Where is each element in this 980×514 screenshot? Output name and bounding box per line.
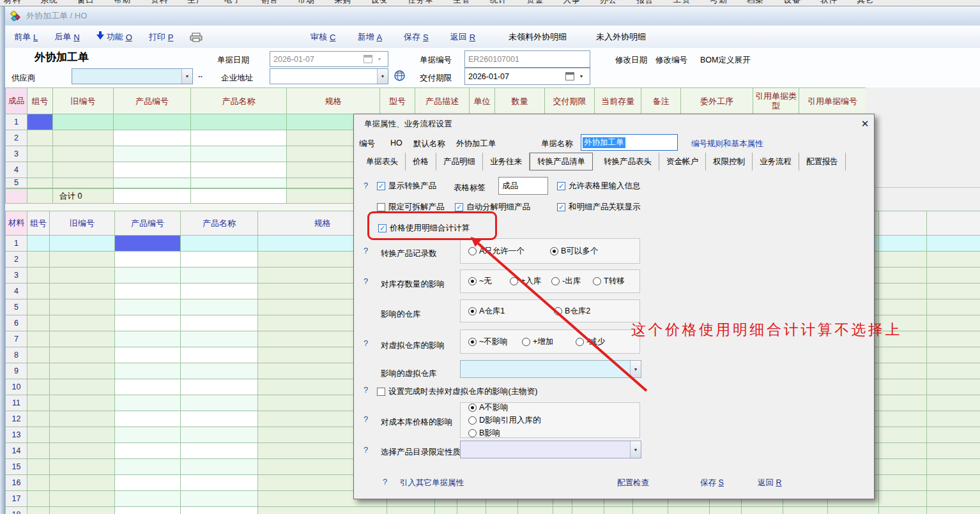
radio-option[interactable]: A不影响 (468, 402, 555, 413)
tab-资金帐户[interactable]: 资金帐户 (659, 153, 706, 170)
grid-cell[interactable] (518, 507, 553, 514)
help-mark[interactable]: ? (364, 181, 368, 190)
row-number-cell[interactable]: 15 (6, 459, 27, 475)
grid-cell[interactable] (50, 411, 115, 427)
numbering-rule-link[interactable]: 编号规则和基本属性 (691, 139, 763, 149)
mod-date-link[interactable]: 修改日期 (615, 55, 647, 66)
grid-cell[interactable] (879, 395, 927, 411)
grid-cell[interactable] (50, 427, 115, 443)
chevron-down-icon[interactable] (576, 68, 586, 84)
checkbox-allow-input[interactable]: 允许表格里输入信息 (557, 181, 641, 192)
grid-cell[interactable] (181, 379, 258, 395)
tab-转换产品清单[interactable]: 转换产品清单 (530, 153, 593, 170)
grid-cell[interactable] (115, 299, 181, 315)
grid-cell[interactable] (879, 507, 927, 514)
help-mark[interactable]: ? (364, 445, 368, 455)
grid-cell[interactable] (114, 130, 191, 146)
grid-cell[interactable] (181, 315, 258, 331)
grid-cell[interactable] (879, 347, 927, 363)
radio-option[interactable]: B可以多个 (550, 246, 632, 257)
checkbox-show-convert[interactable]: 显示转换产品 (377, 181, 436, 192)
grid-cell[interactable] (115, 395, 181, 411)
row-number-cell[interactable]: 4 (6, 162, 27, 178)
grid-cell[interactable] (879, 299, 927, 315)
grid-cell[interactable] (27, 491, 50, 507)
radio-option[interactable]: T转移 (593, 276, 634, 287)
grid-cell[interactable] (181, 363, 258, 379)
grid-cell[interactable] (927, 315, 980, 331)
grid-cell[interactable] (114, 178, 191, 188)
grid-cell[interactable] (181, 331, 258, 347)
checkbox-clear-virtual[interactable]: 设置完成时去掉对虚拟仓库的影响(主物资) (377, 386, 537, 397)
grid-cell[interactable] (879, 252, 927, 268)
row-number-cell[interactable]: 3 (6, 146, 27, 162)
toolbar-button[interactable]: 后单N (54, 31, 79, 43)
close-icon[interactable]: ✕ (859, 118, 871, 130)
config-check-link[interactable]: 配置检查 (617, 478, 649, 488)
tab-转换产品表头[interactable]: 转换产品表头 (597, 153, 659, 170)
row-number-cell[interactable]: 2 (6, 252, 27, 268)
chevron-down-icon[interactable] (181, 69, 192, 84)
grid-cell[interactable] (50, 236, 115, 252)
grid-cell[interactable] (27, 443, 50, 459)
grid-cell[interactable] (115, 331, 181, 347)
top-menu-bar[interactable]: 材料 系统 窗口 帮助 资料 生产 电子 销售 市场 采购 设变 任务单 生管 … (0, 0, 980, 6)
grid-cell[interactable] (927, 395, 980, 411)
grid-cell[interactable] (115, 443, 181, 459)
grid-cell[interactable] (181, 347, 258, 363)
toolbar-button[interactable]: 前单L (14, 31, 38, 43)
grid-cell[interactable] (50, 315, 115, 331)
grid-cell[interactable] (50, 491, 115, 507)
row-number-cell[interactable]: 1 (6, 114, 27, 130)
grid-cell[interactable] (181, 427, 258, 443)
radio-option[interactable]: -减少 (576, 336, 629, 347)
tab-单据表头[interactable]: 单据表头 (359, 153, 406, 170)
grid-cell[interactable] (27, 130, 53, 146)
help-mark[interactable]: ? (364, 276, 368, 286)
help-mark[interactable]: ? (364, 338, 368, 348)
grid-cell[interactable] (50, 475, 115, 491)
bom-expand-link[interactable]: BOM定义展开 (700, 55, 750, 66)
grid-cell[interactable] (115, 268, 181, 283)
grid-cell[interactable] (879, 459, 927, 475)
grid-cell[interactable] (181, 443, 258, 459)
grid-cell[interactable] (927, 491, 980, 507)
grid-cell[interactable] (27, 507, 50, 514)
grid-cell[interactable] (27, 347, 50, 363)
grid-cell[interactable] (633, 507, 668, 514)
radio-option[interactable]: B影响 (468, 428, 555, 439)
doc-no-field[interactable]: ER260107001 (464, 50, 590, 68)
grid-cell[interactable] (191, 146, 287, 162)
status-label[interactable]: 未入外协明细 (596, 31, 646, 43)
grid-cell[interactable] (879, 491, 927, 507)
grid-cell[interactable] (181, 268, 258, 283)
grid-cell[interactable] (927, 427, 980, 443)
grid-cell[interactable] (927, 347, 980, 363)
grid-cell[interactable] (53, 162, 114, 178)
chevron-down-icon[interactable] (630, 441, 641, 458)
grid-cell[interactable] (50, 363, 115, 379)
grid-cell[interactable] (668, 507, 710, 514)
grid-cell[interactable] (27, 363, 50, 379)
grid-cell[interactable] (115, 427, 181, 443)
grid-cell[interactable] (927, 331, 980, 347)
supplier-combo[interactable] (72, 68, 193, 84)
grid-cell[interactable] (181, 252, 258, 268)
row-number-cell[interactable]: 3 (6, 268, 27, 283)
checkbox-link-display[interactable]: 和明细产品关联显示 (557, 202, 641, 213)
toolbar-button[interactable]: 新增A (357, 31, 382, 43)
grid-cell[interactable] (115, 315, 181, 331)
radio-option[interactable]: A仓库1 (468, 306, 554, 317)
tab-价格[interactable]: 价格 (406, 153, 436, 170)
mod-no-link[interactable]: 修改编号 (655, 55, 687, 66)
grid-cell[interactable] (50, 268, 115, 283)
grid-cell[interactable] (486, 507, 518, 514)
radio-option[interactable]: +入库 (510, 276, 551, 287)
save-button[interactable]: 保存 S (700, 478, 724, 488)
radio-option[interactable]: +增加 (522, 336, 576, 347)
grid-cell[interactable] (828, 507, 879, 514)
chevron-down-icon[interactable] (377, 69, 388, 84)
grid-cell[interactable] (115, 459, 181, 475)
grid-cell[interactable] (114, 114, 191, 130)
tab-权限控制[interactable]: 权限控制 (706, 153, 753, 170)
